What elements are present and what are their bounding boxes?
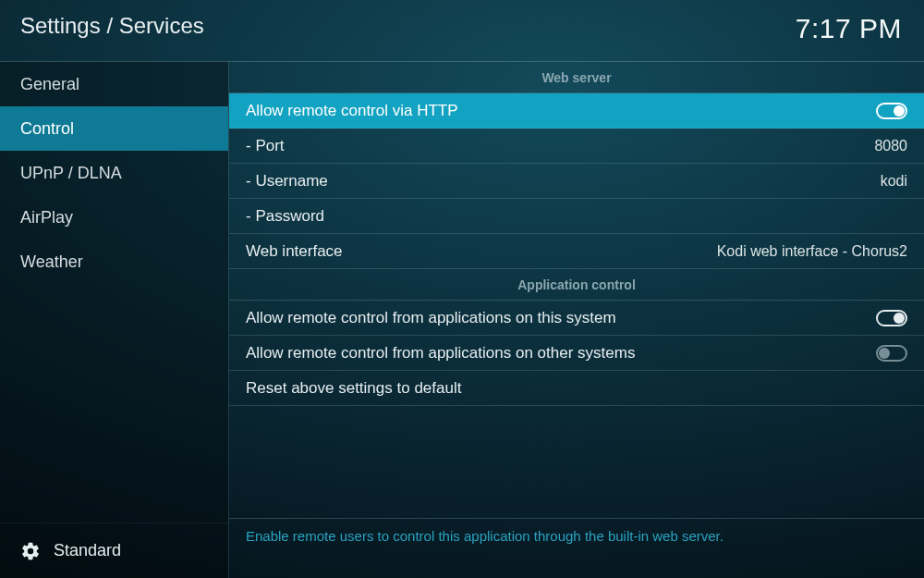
setting-username[interactable]: - Usernamekodi xyxy=(229,164,924,199)
sidebar-list: GeneralControlUPnP / DLNAAirPlayWeather xyxy=(0,62,228,523)
sidebar-item-control[interactable]: Control xyxy=(0,106,228,151)
settings-window: Settings / Services 7:17 PM GeneralContr… xyxy=(0,0,924,578)
setting-port[interactable]: - Port8080 xyxy=(229,129,924,164)
sidebar-item-weather[interactable]: Weather xyxy=(0,240,228,284)
setting-label: - Password xyxy=(246,207,324,226)
setting-allow-remote-control-via-http[interactable]: Allow remote control via HTTP xyxy=(229,93,924,129)
setting-reset-above-settings-to-default[interactable]: Reset above settings to default xyxy=(229,371,924,406)
setting-web-interface[interactable]: Web interfaceKodi web interface - Chorus… xyxy=(229,234,924,269)
setting-label: - Port xyxy=(246,137,285,155)
group-header-application-control: Application control xyxy=(229,269,924,301)
setting-value: 8080 xyxy=(874,138,907,154)
header: Settings / Services 7:17 PM xyxy=(0,0,924,61)
setting-label: - Username xyxy=(246,172,328,191)
setting-label: Reset above settings to default xyxy=(246,379,461,398)
breadcrumb: Settings / Services xyxy=(20,13,204,39)
sidebar-item-airplay[interactable]: AirPlay xyxy=(0,195,228,240)
setting-password[interactable]: - Password xyxy=(229,199,924,234)
group-header-web-server: Web server xyxy=(229,62,924,93)
settings-level-label: Standard xyxy=(54,541,121,560)
body: GeneralControlUPnP / DLNAAirPlayWeather … xyxy=(0,61,924,578)
setting-label: Allow remote control from applications o… xyxy=(246,309,616,327)
setting-label: Allow remote control from applications o… xyxy=(246,344,635,363)
sidebar-item-upnp-dlna[interactable]: UPnP / DLNA xyxy=(0,151,228,195)
settings-level-button[interactable]: Standard xyxy=(0,523,228,578)
setting-label: Allow remote control via HTTP xyxy=(246,102,458,120)
setting-value: Kodi web interface - Chorus2 xyxy=(717,243,907,260)
hint-text: Enable remote users to control this appl… xyxy=(229,519,924,578)
setting-value: kodi xyxy=(881,173,907,190)
setting-allow-remote-control-from-applications-on-this-system[interactable]: Allow remote control from applications o… xyxy=(229,301,924,336)
spacer xyxy=(229,406,924,518)
toggle[interactable] xyxy=(876,103,907,119)
sidebar: GeneralControlUPnP / DLNAAirPlayWeather … xyxy=(0,61,228,578)
sidebar-item-general[interactable]: General xyxy=(0,62,228,106)
setting-label: Web interface xyxy=(246,242,343,261)
clock: 7:17 PM xyxy=(796,13,902,44)
setting-allow-remote-control-from-applications-on-other-systems[interactable]: Allow remote control from applications o… xyxy=(229,336,924,371)
main-panel: Web serverAllow remote control via HTTP-… xyxy=(228,61,924,578)
gear-icon xyxy=(20,541,41,561)
toggle[interactable] xyxy=(876,310,907,326)
toggle[interactable] xyxy=(876,345,907,362)
